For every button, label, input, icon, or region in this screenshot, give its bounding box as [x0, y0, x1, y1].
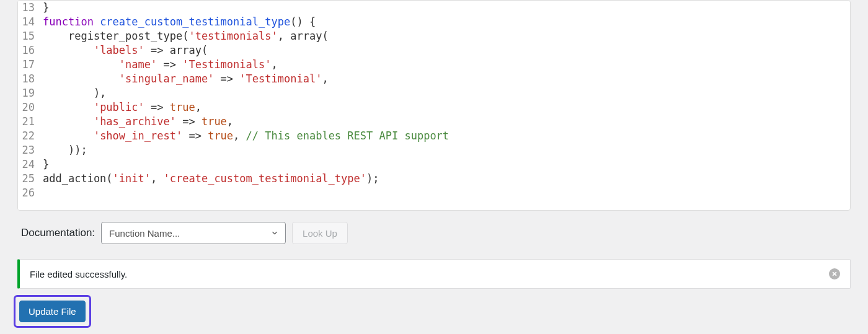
code-line[interactable]: ));	[43, 143, 846, 157]
code-editor: 1314151617181920212223242526 }function c…	[17, 0, 851, 211]
code-line[interactable]: add_action('init', 'create_custom_testim…	[43, 172, 846, 186]
line-number: 13	[20, 1, 36, 15]
code-line[interactable]: 'has_archive' => true,	[43, 115, 846, 129]
code-line[interactable]: function create_custom_testimonial_type(…	[43, 15, 846, 29]
line-number: 20	[20, 100, 36, 115]
line-number: 25	[20, 172, 36, 186]
line-number: 16	[20, 43, 36, 58]
function-name-select-placeholder: Function Name...	[109, 228, 180, 239]
line-number-gutter: 1314151617181920212223242526	[18, 1, 40, 210]
update-file-button[interactable]: Update File	[19, 301, 86, 322]
submit-row: Update File	[14, 295, 868, 333]
code-line[interactable]: 'labels' => array(	[43, 43, 846, 58]
documentation-label: Documentation:	[21, 227, 95, 239]
code-line[interactable]: 'singular_name' => 'Testimonial',	[43, 72, 846, 86]
line-number: 22	[20, 129, 36, 143]
line-number: 21	[20, 115, 36, 129]
code-line[interactable]: 'name' => 'Testimonials',	[43, 58, 846, 72]
close-icon	[831, 271, 838, 277]
look-up-button[interactable]: Look Up	[292, 222, 348, 244]
dismiss-notice-button[interactable]	[829, 268, 840, 279]
code-line[interactable]: }	[43, 1, 846, 15]
line-number: 23	[20, 143, 36, 157]
line-number: 18	[20, 72, 36, 86]
function-name-select[interactable]: Function Name...	[101, 222, 286, 244]
code-line[interactable]	[43, 186, 846, 200]
code-line[interactable]: ),	[43, 86, 846, 100]
code-line[interactable]: register_post_type('testimonials', array…	[43, 29, 846, 43]
line-number: 24	[20, 157, 36, 172]
line-number: 15	[20, 29, 36, 43]
line-number: 14	[20, 15, 36, 29]
notice-message: File edited successfully.	[30, 269, 127, 279]
chevron-down-icon	[270, 229, 279, 237]
line-number: 17	[20, 58, 36, 72]
code-line[interactable]: 'public' => true,	[43, 100, 846, 115]
code-line[interactable]: 'show_in_rest' => true, // This enables …	[43, 129, 846, 143]
code-area[interactable]: 1314151617181920212223242526 }function c…	[18, 1, 850, 210]
code-content[interactable]: }function create_custom_testimonial_type…	[40, 1, 850, 210]
update-file-highlight: Update File	[14, 295, 91, 328]
line-number: 26	[20, 186, 36, 200]
documentation-row: Documentation: Function Name... Look Up	[0, 211, 868, 250]
success-notice: File edited successfully.	[17, 259, 851, 289]
line-number: 19	[20, 86, 36, 100]
code-line[interactable]: }	[43, 157, 846, 172]
